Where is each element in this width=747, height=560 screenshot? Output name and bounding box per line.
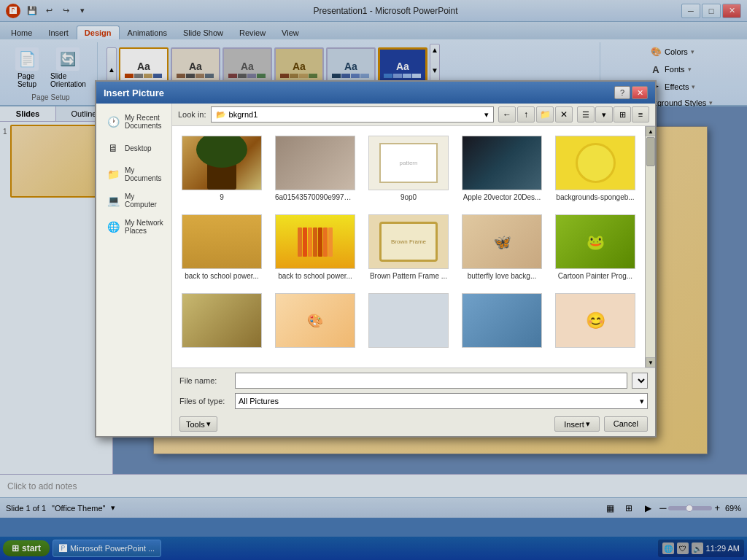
file-grid-scrollbar[interactable]: ▲ ▼ [645, 126, 655, 368]
dialog-sidebar: 🕐 My Recent Documents 🖥 Desktop 📁 My Doc… [96, 104, 172, 436]
view-icons-btn[interactable]: ⊞ [614, 106, 631, 122]
my-docs-icon: 📁 [104, 166, 122, 183]
file-name-1: 9 [220, 193, 224, 201]
file-item-15[interactable]: 😊 [551, 289, 639, 354]
dialog-bottom: File name: ▾ Files of type: All Pictures… [172, 368, 655, 436]
file-thumb-5 [555, 136, 635, 190]
dialog-main-area: Look in: 📂 bkgrnd1 ▾ ← ↑ 📁 [172, 104, 655, 436]
folder-icon: 📂 [216, 110, 226, 120]
sidebar-desktop[interactable]: 🖥 Desktop [99, 136, 169, 160]
new-folder-btn[interactable]: 📁 [536, 106, 554, 122]
files-of-type-select[interactable]: All Pictures ▾ [235, 393, 648, 409]
sidebar-recent-docs[interactable]: 🕐 My Recent Documents [99, 109, 169, 134]
file-name-field: File name: ▾ [179, 373, 648, 389]
dialog-title-bar: Insert Picture ? ✕ [96, 82, 655, 104]
dialog-help-btn[interactable]: ? [614, 86, 630, 99]
file-name-dropdown[interactable]: ▾ [632, 373, 648, 389]
file-item-7[interactable]: back to school power... [271, 211, 359, 284]
file-thumb-2 [275, 136, 355, 190]
sidebar-my-computer[interactable]: 💻 My Computer [99, 188, 169, 213]
file-item-4[interactable]: Apple 20vector 20Des... [458, 132, 546, 205]
file-thumb-3: pattern [368, 136, 449, 190]
view-menu-btn[interactable]: ☰ [577, 106, 595, 122]
file-name-7: back to school power... [278, 272, 352, 280]
insert-picture-dialog: Insert Picture ? ✕ 🕐 My Recent Documents… [95, 80, 657, 438]
my-computer-label: My Computer [125, 192, 163, 209]
delete-btn[interactable]: ✕ [555, 106, 573, 122]
scroll-up-btn[interactable]: ▲ [646, 126, 655, 136]
insert-button[interactable]: Insert ▾ [554, 416, 600, 432]
files-of-type-field: Files of type: All Pictures ▾ [179, 393, 648, 409]
recent-docs-label: My Recent Documents [125, 114, 163, 130]
file-name-label: File name: [179, 376, 231, 385]
dialog-view-buttons: ☰ ▾ ⊞ ≡ [577, 106, 649, 122]
file-item-11[interactable] [178, 289, 266, 354]
dialog-close-btn[interactable]: ✕ [632, 86, 648, 99]
look-in-path[interactable]: 📂 bkgrnd1 ▾ [211, 106, 494, 122]
file-item-14[interactable] [458, 289, 546, 354]
scroll-track[interactable] [646, 136, 655, 357]
file-name-6: back to school power... [185, 272, 259, 280]
file-name-9: butterfly love backg... [468, 272, 537, 280]
sidebar-my-documents[interactable]: 📁 My Documents [99, 162, 169, 187]
file-name-10: Cartoon Painter Prog... [558, 272, 632, 280]
dialog-overlay: Insert Picture ? ✕ 🕐 My Recent Documents… [0, 0, 747, 560]
file-item-1[interactable]: 9 [178, 132, 266, 205]
dialog-actions: Tools ▾ Insert ▾ Cancel [179, 413, 648, 432]
file-thumb-15: 😊 [555, 293, 635, 348]
file-item-9[interactable]: 🦋 butterfly love backg... [458, 211, 546, 284]
file-name-3: 9op0 [400, 193, 417, 201]
file-name-5: backgrounds-spongeb... [556, 193, 634, 201]
recent-docs-icon: 🕐 [104, 113, 122, 131]
network-label: My Network Places [125, 219, 163, 235]
dialog-toolbar: Look in: 📂 bkgrnd1 ▾ ← ↑ 📁 [172, 104, 655, 126]
sidebar-network-places[interactable]: 🌐 My Network Places [99, 214, 169, 239]
file-name-2: 6a01543570090e9970c... [275, 193, 355, 201]
file-item-5[interactable]: backgrounds-spongeb... [551, 132, 639, 205]
file-item-12[interactable]: 🎨 [271, 289, 359, 354]
file-name-8: Brown Pattern Frame ... [370, 272, 447, 280]
dialog-title-controls: ? ✕ [614, 86, 648, 99]
nav-up-btn[interactable]: ↑ [517, 106, 535, 122]
cancel-button[interactable]: Cancel [604, 416, 648, 432]
view-dropdown-btn[interactable]: ▾ [595, 106, 613, 122]
file-grid: 9 6a01543570090e9970c... pattern 9op0 [172, 126, 645, 368]
file-item-3[interactable]: pattern 9op0 [365, 132, 452, 205]
scroll-thumb[interactable] [646, 137, 655, 166]
look-in-row: Look in: 📂 bkgrnd1 ▾ ← ↑ 📁 [178, 106, 649, 122]
file-name-input[interactable] [235, 373, 627, 389]
file-item-10[interactable]: 🐸 Cartoon Painter Prog... [551, 211, 639, 284]
file-grid-area: 9 6a01543570090e9970c... pattern 9op0 [172, 126, 655, 368]
files-of-type-label: Files of type: [179, 397, 231, 405]
file-item-13[interactable] [365, 289, 452, 354]
dialog-title-text: Insert Picture [104, 88, 164, 98]
file-item-8[interactable]: Brown Frame Brown Pattern Frame ... [365, 211, 452, 284]
file-thumb-13 [368, 293, 449, 348]
file-name-4: Apple 20vector 20Des... [463, 193, 541, 201]
desktop-icon: 🖥 [104, 139, 122, 157]
file-thumb-7 [275, 214, 355, 269]
current-path: bkgrnd1 [229, 110, 258, 119]
tools-button[interactable]: Tools ▾ [179, 416, 217, 432]
view-list-btn[interactable]: ≡ [632, 106, 649, 122]
file-thumb-9: 🦋 [462, 214, 542, 269]
my-docs-label: My Documents [125, 166, 163, 182]
file-thumb-12: 🎨 [275, 293, 355, 348]
file-thumb-8: Brown Frame [368, 214, 449, 269]
path-dropdown-arrow: ▾ [484, 110, 489, 120]
dialog-nav-buttons: ← ↑ 📁 ✕ [498, 106, 573, 122]
nav-back-btn[interactable]: ← [498, 106, 516, 122]
look-in-label: Look in: [178, 110, 206, 119]
file-thumb-1 [182, 136, 262, 190]
file-thumb-10: 🐸 [555, 214, 635, 269]
dialog-action-buttons: Insert ▾ Cancel [554, 416, 648, 432]
dialog-body: 🕐 My Recent Documents 🖥 Desktop 📁 My Doc… [96, 104, 655, 436]
scroll-down-btn[interactable]: ▼ [646, 357, 655, 368]
file-thumb-11 [182, 293, 262, 348]
file-item-6[interactable]: back to school power... [178, 211, 266, 284]
file-thumb-4 [462, 136, 542, 190]
desktop-label: Desktop [125, 144, 152, 152]
file-item-2[interactable]: 6a01543570090e9970c... [271, 132, 359, 205]
network-icon: 🌐 [104, 218, 122, 236]
file-thumb-6 [182, 214, 262, 269]
